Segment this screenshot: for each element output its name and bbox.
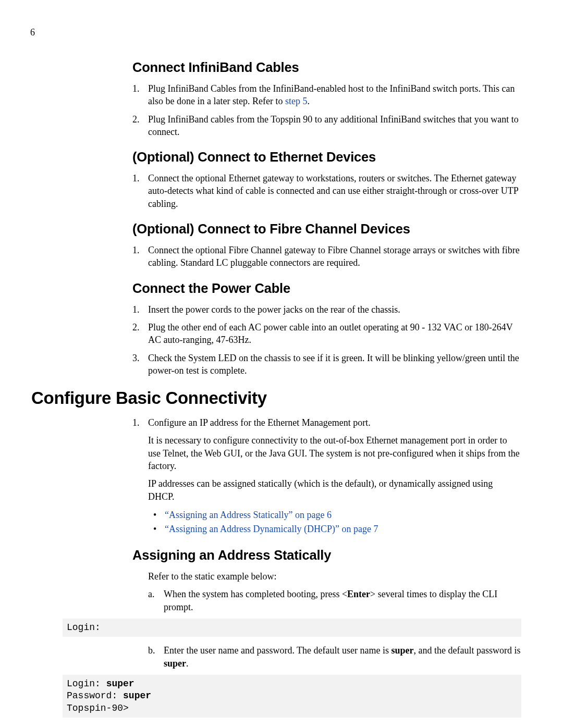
- bullet-item: “Assigning an Address Dynamically (DHCP)…: [153, 522, 521, 536]
- list-text: Enter the user name and password. The de…: [164, 645, 391, 656]
- list-item: b. Enter the user name and password. The…: [148, 644, 521, 670]
- list-item: 1. Connect the optional Ethernet gateway…: [132, 172, 521, 210]
- list-marker: a.: [148, 588, 155, 600]
- document-page: 6 Connect InfiniBand Cables 1. Plug Infi…: [0, 0, 563, 728]
- code-line: Login:: [67, 622, 101, 633]
- heading-connect-ethernet: (Optional) Connect to Ethernet Devices: [132, 150, 521, 165]
- list-marker: 1.: [132, 416, 140, 429]
- heading-connect-fibre-channel: (Optional) Connect to Fibre Channel Devi…: [132, 221, 521, 237]
- link-assign-static[interactable]: “Assigning an Address Statically” on pag…: [165, 510, 332, 520]
- list-text-mid: , and the default password is: [414, 645, 521, 656]
- section-connect-ethernet: (Optional) Connect to Ethernet Devices 1…: [132, 150, 521, 210]
- code-line-label: Password:: [67, 690, 123, 701]
- section-connect-power-cable: Connect the Power Cable 1. Insert the po…: [132, 281, 521, 377]
- list-text-post: .: [307, 96, 310, 106]
- list-item: 1. Connect the optional Fibre Channel ga…: [132, 244, 521, 269]
- list-marker: 1.: [132, 244, 140, 256]
- page-number: 6: [30, 27, 521, 38]
- list-text: When the system has completed booting, p…: [164, 589, 347, 599]
- list-text: Plug InfiniBand Cables from the InfiniBa…: [148, 83, 515, 106]
- section-assign-statically: Assigning an Address Statically Refer to…: [132, 548, 521, 613]
- list-item: a. When the system has completed booting…: [148, 588, 521, 613]
- list-marker: 1.: [132, 172, 140, 184]
- code-line-label: Login:: [67, 678, 106, 689]
- section-configure-ip: 1. Configure an IP address for the Ether…: [132, 416, 521, 536]
- list-item: 2. Plug InfiniBand cables from the Topsp…: [132, 113, 521, 139]
- body-paragraph: It is necessary to configure connectivit…: [148, 434, 521, 472]
- list-text: Check the System LED on the chassis to s…: [148, 353, 519, 376]
- code-line: Topspin-90>: [67, 703, 129, 713]
- body-paragraph: Refer to the static example below:: [148, 570, 521, 583]
- code-block-login-prompt: Login:: [63, 619, 521, 637]
- body-paragraph: IP addresses can be assigned statically …: [148, 477, 521, 503]
- list-item: 3. Check the System LED on the chassis t…: [132, 352, 521, 377]
- list-text: Plug the other end of each AC power cabl…: [148, 322, 512, 345]
- bullet-item: “Assigning an Address Statically” on pag…: [153, 508, 521, 522]
- heading-assign-statically: Assigning an Address Statically: [132, 548, 521, 563]
- list-marker: 2.: [132, 321, 140, 334]
- list-marker: 3.: [132, 352, 140, 364]
- list-text: Configure an IP address for the Ethernet…: [148, 417, 371, 428]
- link-assign-dhcp[interactable]: “Assigning an Address Dynamically (DHCP)…: [165, 524, 378, 534]
- code-block-login-creds: Login: super Password: super Topspin-90>: [63, 675, 521, 718]
- list-item: 1. Plug InfiniBand Cables from the Infin…: [132, 82, 521, 108]
- list-text: Insert the power cords to the power jack…: [148, 304, 400, 315]
- link-step-5[interactable]: step 5: [285, 96, 308, 106]
- list-text: Plug InfiniBand cables from the Topspin …: [148, 114, 519, 137]
- list-marker: b.: [148, 644, 155, 657]
- bold-text: super: [391, 645, 414, 656]
- section-connect-infiniband: Connect InfiniBand Cables 1. Plug Infini…: [132, 60, 521, 138]
- list-text-post: .: [186, 658, 189, 669]
- list-marker: 1.: [132, 303, 140, 316]
- heading-configure-basic-connectivity: Configure Basic Connectivity: [31, 388, 521, 408]
- code-value: super: [123, 690, 151, 701]
- list-item: 1. Insert the power cords to the power j…: [132, 303, 521, 316]
- section-assign-statically-cont: b. Enter the user name and password. The…: [132, 644, 521, 670]
- list-marker: 1.: [132, 82, 140, 95]
- list-item: 2. Plug the other end of each AC power c…: [132, 321, 521, 347]
- heading-connect-power-cable: Connect the Power Cable: [132, 281, 521, 296]
- bold-text: super: [164, 658, 186, 669]
- section-connect-fibre-channel: (Optional) Connect to Fibre Channel Devi…: [132, 221, 521, 269]
- list-item: 1. Configure an IP address for the Ether…: [132, 416, 521, 429]
- list-text: Connect the optional Ethernet gateway to…: [148, 173, 518, 209]
- bold-text: Enter: [347, 589, 370, 599]
- list-marker: 2.: [132, 113, 140, 126]
- heading-connect-infiniband: Connect InfiniBand Cables: [132, 60, 521, 75]
- code-value: super: [106, 678, 134, 689]
- list-text: Connect the optional Fibre Channel gatew…: [148, 245, 520, 268]
- section-configure-basic-connectivity: Configure Basic Connectivity: [31, 388, 521, 408]
